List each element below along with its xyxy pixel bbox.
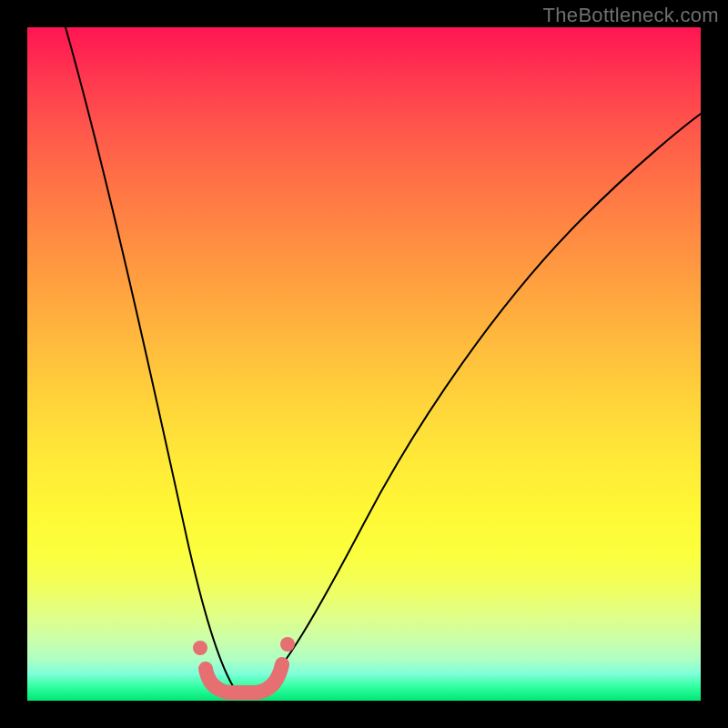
curve-layer	[27, 27, 701, 701]
watermark-text: TheBottleneck.com	[543, 4, 719, 27]
chart-frame: TheBottleneck.com	[0, 0, 728, 728]
plot-area	[27, 27, 701, 701]
inlier-dot-right	[280, 637, 295, 652]
inlier-dot-left	[193, 641, 207, 655]
bottleneck-curve	[66, 27, 701, 694]
inlier-range-marker	[206, 664, 282, 693]
